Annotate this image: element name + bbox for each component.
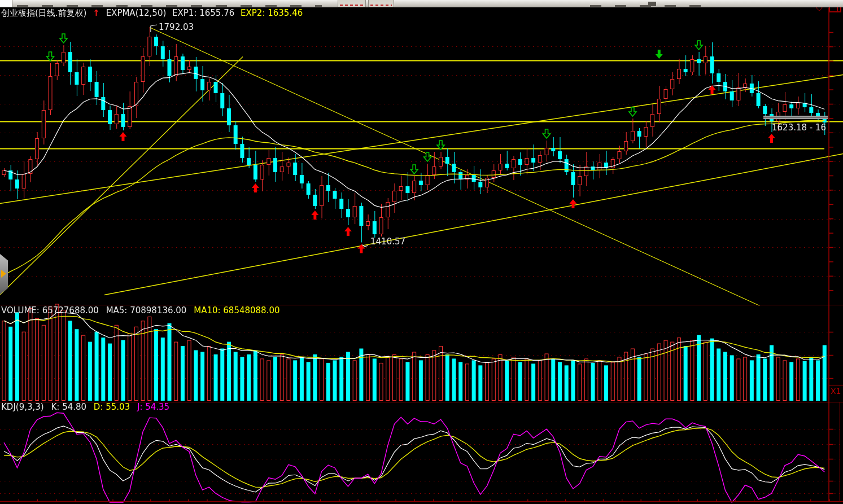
menu-items-clipped[interactable]: [17, 5, 322, 7]
peak-price-label: 1792.03: [159, 22, 194, 32]
trend-up-arrow-icon: ↑: [93, 8, 100, 18]
kdj-j-value: J: 54.35: [137, 402, 169, 412]
last-price-label: 1623.18 - 16: [772, 122, 828, 133]
sidebar-collapse-handle[interactable]: [0, 254, 8, 295]
stock-chart-canvas[interactable]: [0, 0, 843, 504]
kdj-d-value: D: 55.03: [94, 402, 130, 412]
quote-value-clipped: [340, 5, 364, 6]
exp1-value: EXP1: 1655.76: [172, 8, 234, 18]
panel-tag-x1: X1: [831, 387, 841, 396]
exp2-value: EXP2: 1635.46: [241, 8, 303, 18]
volume-value: VOLUME: 65727688.00: [1, 305, 99, 315]
quote-box-2: [368, 0, 394, 7]
quote-box-1: [338, 0, 366, 7]
kdj-name: KDJ(9,3,3): [1, 402, 44, 412]
indicator-name: EXPMA(12,50): [106, 8, 167, 18]
volume-ma10-value: MA10: 68548088.00: [194, 305, 279, 315]
main-chart-header: 创业板指(日线.前复权) ↑ EXPMA(12,50) EXP1: 1655.7…: [1, 8, 306, 19]
toolbar-button[interactable]: [0, 0, 12, 7]
menu-bar-clipped[interactable]: [0, 0, 843, 7]
trading-app-window: 创业板指(日线.前复权) ↑ EXPMA(12,50) EXP1: 1655.7…: [0, 0, 843, 504]
toolbar-icon[interactable]: [648, 2, 656, 6]
quote-value-clipped: [370, 5, 392, 6]
kdj-header: KDJ(9,3,3) K: 54.80 D: 55.03 J: 54.35: [1, 402, 174, 412]
trough-price-label: 1410.57: [370, 236, 405, 247]
kdj-k-value: K: 54.80: [51, 402, 86, 412]
expand-arrow-icon: [1, 270, 6, 278]
volume-header: VOLUME: 65727688.00 MA5: 70898136.00 MA1…: [1, 305, 285, 315]
symbol-title: 创业板指(日线.前复权): [1, 8, 86, 18]
menu-items-clipped[interactable]: [590, 5, 703, 7]
volume-ma5-value: MA5: 70898136.00: [106, 305, 187, 315]
